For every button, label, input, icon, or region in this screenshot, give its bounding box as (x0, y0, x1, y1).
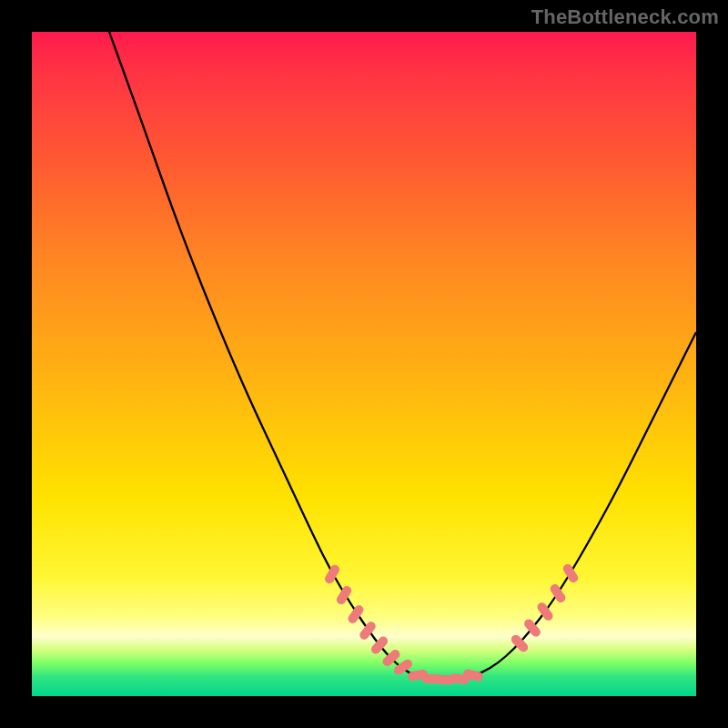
chart-area (32, 32, 696, 696)
bottleneck-curve (109, 32, 696, 680)
bottleneck-plot (32, 32, 696, 696)
curve-marker (561, 562, 580, 584)
watermark-text: TheBottleneck.com (531, 5, 719, 29)
